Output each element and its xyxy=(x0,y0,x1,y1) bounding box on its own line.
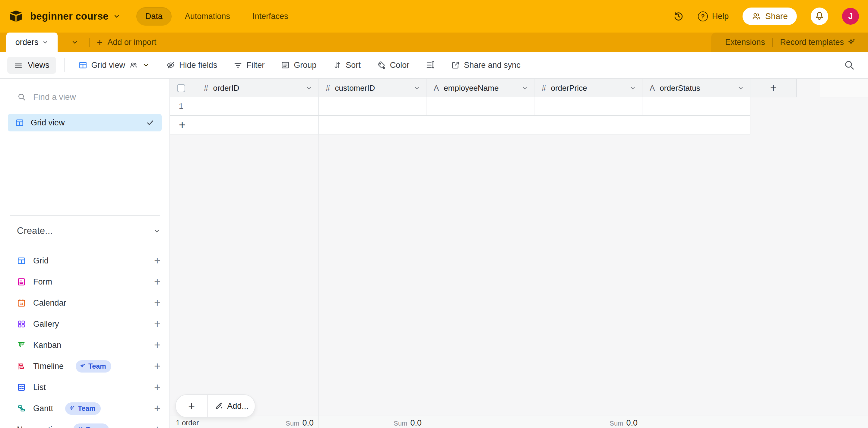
create-item-kanban[interactable]: Kanban + xyxy=(0,335,169,356)
create-item-grid[interactable]: Grid + xyxy=(0,250,169,271)
grid-view-icon xyxy=(17,256,26,265)
summary-orderprice[interactable]: Sum 0.0 xyxy=(610,418,638,428)
add-row[interactable]: + xyxy=(170,116,750,134)
create-item-list[interactable]: List + xyxy=(0,377,169,398)
current-view-button[interactable]: Grid view xyxy=(72,57,156,73)
column-header-orderstatus[interactable]: A orderStatus xyxy=(642,79,750,97)
search-icon xyxy=(843,59,855,71)
cell-orderstatus[interactable] xyxy=(642,97,750,115)
row-height-button[interactable] xyxy=(420,57,441,73)
add-row-cell[interactable] xyxy=(642,116,750,134)
add-view-button[interactable]: + xyxy=(154,403,160,414)
add-view-button[interactable]: + xyxy=(154,382,160,393)
add-view-button[interactable]: + xyxy=(154,361,160,372)
add-view-button[interactable]: + xyxy=(154,319,160,329)
chevron-down-icon[interactable] xyxy=(521,85,528,92)
cell-employeename[interactable] xyxy=(427,97,534,115)
create-item-form[interactable]: Form + xyxy=(0,271,169,292)
add-row-cell[interactable] xyxy=(427,116,534,134)
search-button[interactable] xyxy=(843,59,855,72)
color-button[interactable]: Color xyxy=(371,57,415,73)
timeline-view-icon xyxy=(17,362,26,371)
column-header-employeename[interactable]: A employeeName xyxy=(427,79,534,97)
column-header-orderid[interactable]: # orderID xyxy=(170,79,318,97)
user-avatar[interactable]: J xyxy=(842,8,859,25)
row-number-cell[interactable]: 1 xyxy=(170,97,318,115)
color-icon xyxy=(377,61,386,70)
add-row-plus-cell[interactable]: + xyxy=(170,116,318,134)
sum-label: Sum xyxy=(610,420,623,427)
history-button[interactable] xyxy=(673,11,684,22)
share-and-sync-button[interactable]: Share and sync xyxy=(445,57,527,73)
sum-label: Sum xyxy=(394,420,407,427)
create-item-gantt[interactable]: Gantt Team + xyxy=(0,398,169,419)
select-all-checkbox[interactable] xyxy=(177,84,185,92)
help-button[interactable]: ? Help xyxy=(698,11,729,22)
summary-orderid[interactable]: Sum 0.0 xyxy=(286,418,314,428)
chevron-down-icon[interactable] xyxy=(413,85,421,92)
notifications-button[interactable] xyxy=(811,7,828,25)
column-header-customerid[interactable]: # customerID xyxy=(318,79,427,97)
add-view-button[interactable]: + xyxy=(154,297,160,308)
table-row: 1 xyxy=(170,97,750,116)
create-item-new-section[interactable]: New section Team + xyxy=(0,419,169,428)
add-ai-button[interactable]: Add... xyxy=(208,395,255,417)
tab-data[interactable]: Data xyxy=(136,7,172,26)
workspace-title-dropdown[interactable]: beginner course xyxy=(30,10,121,22)
cell-customerid[interactable] xyxy=(318,97,427,115)
add-record-button[interactable]: + xyxy=(176,395,208,417)
add-or-import-button[interactable]: + Add or import xyxy=(97,37,156,47)
create-view-list: Grid + Form + 31 Calendar + xyxy=(0,250,169,428)
filter-button[interactable]: Filter xyxy=(227,57,271,73)
chevron-down-icon[interactable] xyxy=(629,85,637,92)
tabrow-right-section: Extensions Record templates xyxy=(711,33,868,52)
add-or-import-label: Add or import xyxy=(107,38,156,47)
create-item-label: Kanban xyxy=(33,340,61,350)
sidebar-view-grid-view[interactable]: Grid view xyxy=(8,114,162,131)
sort-button[interactable]: Sort xyxy=(327,57,367,73)
add-section-button[interactable]: + xyxy=(154,424,160,428)
table-tab-orders[interactable]: orders xyxy=(6,33,58,52)
add-field-button[interactable]: + xyxy=(750,79,797,97)
add-row-cell[interactable] xyxy=(534,116,642,134)
extensions-button[interactable]: Extensions xyxy=(725,38,765,47)
form-view-icon xyxy=(17,277,26,286)
tab-automations[interactable]: Automations xyxy=(176,7,239,26)
tables-list-dropdown[interactable] xyxy=(68,38,82,46)
cell-orderprice[interactable] xyxy=(534,97,642,115)
share-button[interactable]: Share xyxy=(743,7,797,25)
record-templates-button[interactable]: Record templates xyxy=(780,38,844,47)
summary-customerid[interactable]: Sum 0.0 xyxy=(394,418,422,428)
chevron-down-icon[interactable] xyxy=(737,85,744,92)
search-icon xyxy=(17,92,27,102)
divider xyxy=(10,215,160,216)
column-header-orderprice[interactable]: # orderPrice xyxy=(534,79,642,97)
row-number: 1 xyxy=(179,102,183,111)
add-row-cell[interactable] xyxy=(318,116,427,134)
create-section-header[interactable]: Create... xyxy=(17,226,161,236)
share-label: Share xyxy=(765,11,788,21)
views-toggle-button[interactable]: Views xyxy=(7,57,56,74)
add-view-button[interactable]: + xyxy=(154,276,160,287)
sum-value: 0.0 xyxy=(302,418,314,428)
sort-icon xyxy=(333,61,342,70)
add-view-button[interactable]: + xyxy=(154,340,160,351)
chevron-down-icon xyxy=(142,61,150,69)
find-view-input[interactable]: Find a view xyxy=(0,79,169,102)
column-name: customerID xyxy=(335,84,375,93)
add-view-button[interactable]: + xyxy=(154,255,160,266)
tab-interfaces[interactable]: Interfaces xyxy=(243,7,298,26)
plus-icon: + xyxy=(770,82,776,94)
chevron-down-icon[interactable] xyxy=(305,85,312,92)
create-item-label: Calendar xyxy=(33,298,66,308)
hide-fields-button[interactable]: Hide fields xyxy=(160,57,223,73)
group-button[interactable]: Group xyxy=(275,57,322,73)
airtable-logo-icon xyxy=(9,10,23,22)
create-item-timeline[interactable]: Timeline Team + xyxy=(0,356,169,377)
create-item-calendar[interactable]: 31 Calendar + xyxy=(0,292,169,314)
sparkle-icon xyxy=(847,38,856,46)
create-item-gallery[interactable]: Gallery + xyxy=(0,314,169,335)
number-field-icon: # xyxy=(204,84,208,93)
team-badge-label: Team xyxy=(86,426,103,428)
team-badge-label: Team xyxy=(78,404,95,413)
